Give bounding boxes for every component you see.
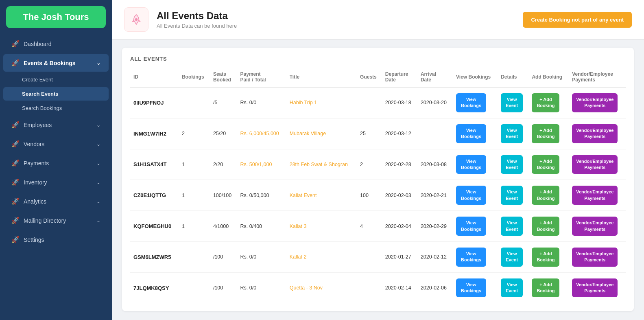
settings-icon: 🚀 bbox=[11, 236, 20, 243]
view-event-button[interactable]: ViewEvent bbox=[501, 278, 523, 298]
cell-bookings bbox=[179, 241, 210, 272]
cell-title[interactable]: Mubarak Village bbox=[286, 118, 357, 149]
view-event-button[interactable]: ViewEvent bbox=[501, 186, 523, 205]
cell-title[interactable]: Quetta - 3 Nov bbox=[286, 272, 357, 303]
sidebar: The Josh Tours 🚀 Dashboard 🚀 Events & Bo… bbox=[0, 0, 112, 320]
vendor-payment-button[interactable]: Vendor/EmployeePayments bbox=[572, 186, 618, 205]
chevron-down-icon: ⌄ bbox=[96, 199, 100, 204]
cell-details: ViewEvent bbox=[498, 180, 528, 211]
view-event-button[interactable]: ViewEvent bbox=[501, 124, 523, 143]
sidebar-item-label: Dashboard bbox=[24, 41, 52, 47]
cell-details: ViewEvent bbox=[498, 87, 528, 118]
vendors-icon: 🚀 bbox=[11, 140, 20, 148]
view-event-button[interactable]: ViewEvent bbox=[501, 217, 523, 236]
cell-departure: 2020-03-18 bbox=[382, 87, 417, 118]
employees-icon: 🚀 bbox=[11, 121, 20, 129]
view-bookings-button[interactable]: ViewBookings bbox=[456, 217, 486, 236]
cell-title[interactable]: Habib Trip 1 bbox=[286, 87, 357, 118]
cell-payment: Rs. 0/0 bbox=[237, 241, 286, 272]
view-event-button[interactable]: ViewEvent bbox=[501, 93, 523, 112]
sidebar-sub-create-event[interactable]: Create Event bbox=[3, 73, 109, 86]
cell-arrival: 2020-02-21 bbox=[417, 180, 453, 211]
add-booking-button[interactable]: + AddBooking bbox=[532, 93, 559, 112]
add-booking-button[interactable]: + AddBooking bbox=[532, 124, 559, 143]
cell-vendor-payments: Vendor/EmployeePayments bbox=[569, 272, 626, 303]
cell-arrival: 2020-02-29 bbox=[417, 211, 453, 242]
cell-details: ViewEvent bbox=[498, 241, 528, 272]
cell-title[interactable]: Kallat Event bbox=[286, 180, 357, 211]
vendor-payment-button[interactable]: Vendor/EmployeePayments bbox=[572, 278, 618, 298]
cell-add-booking: + AddBooking bbox=[528, 241, 569, 272]
cell-seats-booked: 100/100 bbox=[210, 180, 237, 211]
cell-view-bookings: ViewBookings bbox=[453, 87, 498, 118]
app-logo: The Josh Tours bbox=[6, 6, 106, 28]
add-booking-button[interactable]: + AddBooking bbox=[532, 186, 559, 205]
cell-view-bookings: ViewBookings bbox=[453, 149, 498, 180]
sidebar-item-vendors[interactable]: 🚀 Vendors ⌄ bbox=[3, 135, 109, 153]
sidebar-item-employees[interactable]: 🚀 Employees ⌄ bbox=[3, 116, 109, 134]
col-details: Details bbox=[498, 68, 528, 87]
cell-departure: 2020-02-04 bbox=[382, 211, 417, 242]
sidebar-item-label: Events & Bookings bbox=[24, 60, 76, 66]
chevron-up-icon: ⌄ bbox=[96, 60, 100, 66]
cell-guests bbox=[357, 272, 382, 303]
vendor-payment-button[interactable]: Vendor/EmployeePayments bbox=[572, 124, 618, 143]
cell-id: KQFOMEGHU0 bbox=[130, 211, 179, 242]
cell-details: ViewEvent bbox=[498, 149, 528, 180]
cell-arrival: 2020-03-08 bbox=[417, 149, 453, 180]
add-booking-button[interactable]: + AddBooking bbox=[532, 155, 559, 174]
cell-title[interactable]: 28th Feb Swat & Shogran bbox=[286, 149, 357, 180]
sidebar-sub-search-bookings[interactable]: Search Bookings bbox=[3, 101, 109, 115]
cell-guests: 4 bbox=[357, 211, 382, 242]
cell-view-bookings: ViewBookings bbox=[453, 211, 498, 242]
cell-add-booking: + AddBooking bbox=[528, 118, 569, 149]
view-event-button[interactable]: ViewEvent bbox=[501, 155, 523, 174]
cell-title[interactable]: Kallat 2 bbox=[286, 241, 357, 272]
vendor-payment-button[interactable]: Vendor/EmployeePayments bbox=[572, 248, 618, 267]
sidebar-sub-search-events[interactable]: Search Events bbox=[3, 87, 109, 101]
chevron-down-icon: ⌄ bbox=[96, 141, 100, 147]
view-event-button[interactable]: ViewEvent bbox=[501, 248, 523, 267]
sidebar-item-dashboard[interactable]: 🚀 Dashboard bbox=[3, 35, 109, 53]
dashboard-icon: 🚀 bbox=[11, 40, 20, 48]
sidebar-item-mailing-directory[interactable]: 🚀 Mailing Directory ⌄ bbox=[3, 212, 109, 229]
cell-id: 0IIU9PFNOJ bbox=[130, 87, 179, 118]
cell-seats-booked: /100 bbox=[210, 272, 237, 303]
cell-payment: Rs. 0/0 bbox=[237, 87, 286, 118]
cell-payment: Rs. 500/1,000 bbox=[237, 149, 286, 180]
sidebar-item-label: Vendors bbox=[24, 141, 44, 147]
cell-view-bookings: ViewBookings bbox=[453, 180, 498, 211]
cell-view-bookings: ViewBookings bbox=[453, 241, 498, 272]
chevron-down-icon: ⌄ bbox=[96, 180, 100, 185]
cell-add-booking: + AddBooking bbox=[528, 87, 569, 118]
sidebar-item-settings[interactable]: 🚀 Settings bbox=[3, 231, 109, 248]
sidebar-item-payments[interactable]: 🚀 Payments ⌄ bbox=[3, 154, 109, 172]
view-bookings-button[interactable]: ViewBookings bbox=[456, 186, 486, 205]
sidebar-item-label: Analytics bbox=[24, 198, 46, 205]
sidebar-item-analytics[interactable]: 🚀 Analytics ⌄ bbox=[3, 193, 109, 210]
sidebar-item-events-bookings[interactable]: 🚀 Events & Bookings ⌄ bbox=[3, 54, 109, 72]
view-bookings-button[interactable]: ViewBookings bbox=[456, 248, 486, 267]
cell-id: CZ0E1IQTTG bbox=[130, 180, 179, 211]
vendor-payment-button[interactable]: Vendor/EmployeePayments bbox=[572, 155, 618, 174]
view-bookings-button[interactable]: ViewBookings bbox=[456, 93, 486, 112]
cell-vendor-payments: Vendor/EmployeePayments bbox=[569, 118, 626, 149]
sidebar-item-inventory[interactable]: 🚀 Inventory ⌄ bbox=[3, 173, 109, 191]
cell-title[interactable]: Kallat 3 bbox=[286, 211, 357, 242]
create-booking-button[interactable]: Create Booking not part of any event bbox=[523, 12, 632, 28]
add-booking-button[interactable]: + AddBooking bbox=[532, 217, 559, 236]
cell-seats-booked: 2/20 bbox=[210, 149, 237, 180]
view-bookings-button[interactable]: ViewBookings bbox=[456, 124, 486, 143]
table-row: CZ0E1IQTTG 1 100/100 Rs. 0/50,000 Kallat… bbox=[130, 180, 626, 211]
page-title: All Events Data bbox=[157, 10, 237, 22]
vendor-payment-button[interactable]: Vendor/EmployeePayments bbox=[572, 93, 618, 112]
col-bookings: Bookings bbox=[179, 68, 210, 87]
add-booking-button[interactable]: + AddBooking bbox=[532, 248, 559, 267]
cell-payment: Rs. 0/400 bbox=[237, 211, 286, 242]
view-bookings-button[interactable]: ViewBookings bbox=[456, 155, 486, 174]
vendor-payment-button[interactable]: Vendor/EmployeePayments bbox=[572, 217, 618, 236]
view-bookings-button[interactable]: ViewBookings bbox=[456, 278, 486, 298]
add-booking-button[interactable]: + AddBooking bbox=[532, 278, 559, 298]
sidebar-item-label: Employees bbox=[24, 122, 52, 128]
table-row: GSM6LMZWR5 /100 Rs. 0/0 Kallat 2 2020-01… bbox=[130, 241, 626, 272]
